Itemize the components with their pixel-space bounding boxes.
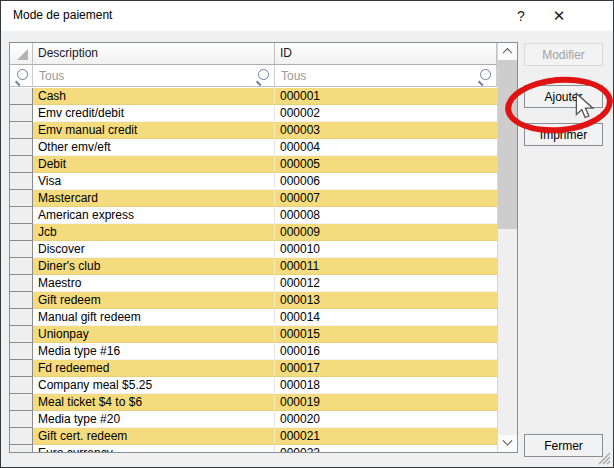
- row-id: 000014: [275, 309, 497, 326]
- row-id: 000018: [275, 377, 497, 394]
- row-selector[interactable]: [10, 224, 33, 241]
- row-id: 000012: [275, 275, 497, 292]
- close-button[interactable]: Fermer: [524, 434, 603, 457]
- table-row[interactable]: Gift cert. redeem000021: [10, 428, 497, 445]
- help-button[interactable]: ?: [506, 1, 536, 31]
- row-description: Visa: [33, 173, 275, 190]
- grid-filter-row: Tous Tous: [10, 65, 497, 87]
- row-selector[interactable]: [10, 156, 33, 173]
- table-row[interactable]: Manual gift redeem000014: [10, 309, 497, 326]
- scroll-up-button[interactable]: [498, 43, 517, 60]
- payment-methods-grid: Description ID Tous Tous Cash000001Emv c…: [9, 42, 518, 453]
- dialog-mode-de-paiement: Mode de paiement ? ✕ Description ID Tous: [0, 0, 614, 468]
- row-selector[interactable]: [10, 445, 33, 452]
- row-id: 000008: [275, 207, 497, 224]
- table-row[interactable]: Gift redeem000013: [10, 292, 497, 309]
- row-description: Emv manual credit: [33, 122, 275, 139]
- search-icon: [477, 69, 491, 83]
- row-id: 000019: [275, 394, 497, 411]
- row-selector[interactable]: [10, 207, 33, 224]
- table-row[interactable]: Emv manual credit000003: [10, 122, 497, 139]
- filter-selector-cell[interactable]: [10, 65, 33, 86]
- table-row[interactable]: Discover000010: [10, 241, 497, 258]
- row-description: Maestro: [33, 275, 275, 292]
- table-row[interactable]: Emv credit/debit000002: [10, 105, 497, 122]
- filter-id-input[interactable]: Tous: [275, 65, 497, 86]
- row-selector[interactable]: [10, 173, 33, 190]
- title-bar: Mode de paiement ? ✕: [1, 1, 613, 31]
- row-selector[interactable]: [10, 309, 33, 326]
- row-selector[interactable]: [10, 360, 33, 377]
- row-selector[interactable]: [10, 343, 33, 360]
- row-description: Euro currency: [33, 445, 275, 452]
- row-description: Company meal $5.25: [33, 377, 275, 394]
- row-selector[interactable]: [10, 377, 33, 394]
- row-description: Meal ticket $4 to $6: [33, 394, 275, 411]
- row-description: Manual gift redeem: [33, 309, 275, 326]
- scroll-down-button[interactable]: [498, 435, 517, 452]
- grid-header-row: Description ID: [10, 43, 497, 65]
- row-id: 000003: [275, 122, 497, 139]
- table-row[interactable]: Mastercard000007: [10, 190, 497, 207]
- row-selector[interactable]: [10, 241, 33, 258]
- table-row[interactable]: Fd redeemed000017: [10, 360, 497, 377]
- row-id: 000010: [275, 241, 497, 258]
- filter-description-input[interactable]: Tous: [33, 65, 275, 86]
- table-row[interactable]: American express000008: [10, 207, 497, 224]
- row-id: 000004: [275, 139, 497, 156]
- window-title: Mode de paiement: [13, 8, 112, 22]
- row-selector[interactable]: [10, 275, 33, 292]
- row-selector[interactable]: [10, 292, 33, 309]
- row-selector[interactable]: [10, 190, 33, 207]
- search-icon: [14, 69, 28, 83]
- row-description: American express: [33, 207, 275, 224]
- table-row[interactable]: Diner's club000011: [10, 258, 497, 275]
- row-selector[interactable]: [10, 139, 33, 156]
- table-row[interactable]: Unionpay000015: [10, 326, 497, 343]
- table-row[interactable]: Cash000001: [10, 88, 497, 105]
- row-selector[interactable]: [10, 88, 33, 105]
- row-description: Cash: [33, 88, 275, 105]
- grid-body: Description ID Tous Tous Cash000001Emv c…: [10, 43, 497, 452]
- table-row[interactable]: Company meal $5.25000018: [10, 377, 497, 394]
- row-id: 000006: [275, 173, 497, 190]
- row-id: 000009: [275, 224, 497, 241]
- table-row[interactable]: Jcb000009: [10, 224, 497, 241]
- row-selector[interactable]: [10, 411, 33, 428]
- row-description: Media type #20: [33, 411, 275, 428]
- scrollbar-thumb[interactable]: [498, 60, 517, 229]
- row-id: 000020: [275, 411, 497, 428]
- row-selector[interactable]: [10, 105, 33, 122]
- row-description: Jcb: [33, 224, 275, 241]
- grid-corner-cell[interactable]: [10, 43, 33, 64]
- vertical-scrollbar[interactable]: [497, 43, 517, 452]
- close-icon[interactable]: ✕: [544, 1, 574, 31]
- table-row[interactable]: Maestro000012: [10, 275, 497, 292]
- row-selector[interactable]: [10, 258, 33, 275]
- table-row[interactable]: Media type #16000016: [10, 343, 497, 360]
- column-header-description[interactable]: Description: [33, 43, 275, 64]
- row-description: Debit: [33, 156, 275, 173]
- print-button[interactable]: Imprimer: [524, 123, 603, 146]
- row-description: Gift redeem: [33, 292, 275, 309]
- table-row[interactable]: Debit000005: [10, 156, 497, 173]
- row-id: 000001: [275, 88, 497, 105]
- row-selector[interactable]: [10, 326, 33, 343]
- filter-description-placeholder: Tous: [39, 69, 64, 83]
- column-header-id[interactable]: ID: [275, 43, 497, 64]
- row-description: Discover: [33, 241, 275, 258]
- row-selector[interactable]: [10, 394, 33, 411]
- row-selector[interactable]: [10, 428, 33, 445]
- table-row[interactable]: Euro currency000022: [10, 445, 497, 452]
- row-id: 000021: [275, 428, 497, 445]
- table-row[interactable]: Meal ticket $4 to $6000019: [10, 394, 497, 411]
- add-button[interactable]: Ajouter: [524, 85, 603, 108]
- table-row[interactable]: Visa000006: [10, 173, 497, 190]
- search-icon: [255, 69, 269, 83]
- resize-grip[interactable]: [598, 452, 611, 465]
- row-id: 000017: [275, 360, 497, 377]
- row-selector[interactable]: [10, 122, 33, 139]
- table-row[interactable]: Other emv/eft000004: [10, 139, 497, 156]
- table-row[interactable]: Media type #20000020: [10, 411, 497, 428]
- row-description: Fd redeemed: [33, 360, 275, 377]
